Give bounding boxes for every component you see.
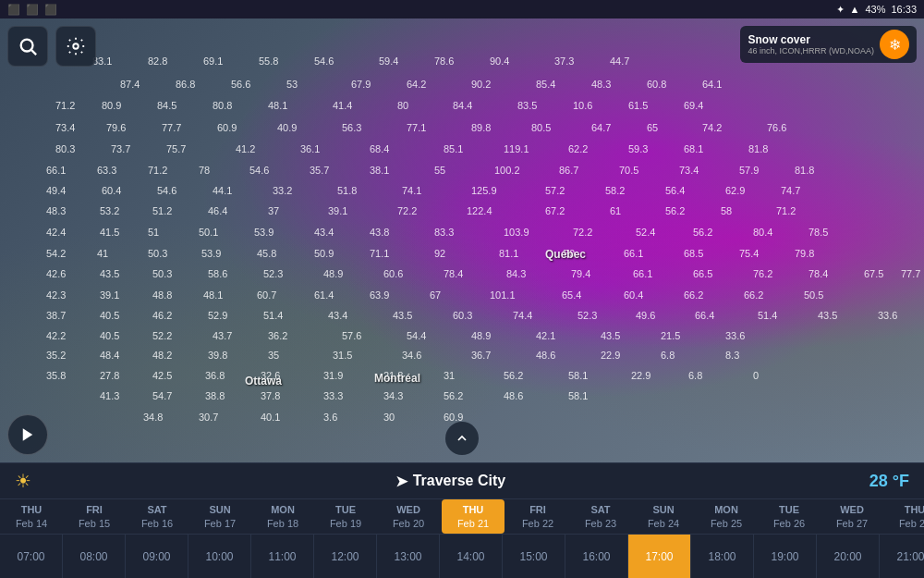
svg-point-0 bbox=[21, 40, 33, 52]
map-terrain bbox=[0, 18, 924, 462]
svg-marker-3 bbox=[23, 428, 33, 441]
date-cell[interactable]: FRIFeb 15 bbox=[63, 499, 126, 534]
snow-icon: ❄ bbox=[880, 30, 909, 59]
date-cell[interactable]: SATFeb 16 bbox=[126, 499, 188, 534]
status-bar: ⬛ ⬛ ⬛ ✦ ▲ 43% 16:33 bbox=[0, 0, 924, 18]
time-cell[interactable]: 13:00 bbox=[377, 535, 440, 578]
settings-button[interactable] bbox=[55, 26, 96, 67]
time-cell[interactable]: 08:00 bbox=[63, 535, 126, 578]
city-label: Montréal bbox=[374, 372, 420, 385]
city-label: Ottawa bbox=[245, 375, 282, 387]
time-cell[interactable]: 17:00 bbox=[628, 535, 691, 578]
time-cell[interactable]: 15:00 bbox=[503, 535, 565, 578]
bluetooth-icon: ✦ bbox=[836, 4, 845, 16]
date-cell[interactable]: SUNFeb 17 bbox=[188, 499, 251, 534]
date-row: THUFeb 14FRIFeb 15SATFeb 16SUNFeb 17MONF… bbox=[0, 499, 924, 535]
time-cell[interactable]: 14:00 bbox=[440, 535, 503, 578]
date-cell[interactable]: FRIFeb 22 bbox=[506, 499, 569, 534]
date-cell[interactable]: SATFeb 23 bbox=[569, 499, 632, 534]
date-cell[interactable]: TUEFeb 19 bbox=[314, 499, 377, 534]
snow-legend: Snow cover 46 inch, ICON,HRRR (WD,NOAA) … bbox=[740, 26, 917, 63]
time-cell[interactable]: 21:00 bbox=[880, 535, 924, 578]
wifi-icon: ▲ bbox=[850, 4, 860, 15]
map-area: 83.182.869.155.854.659.478.690.437.344.7… bbox=[0, 18, 924, 462]
time-cell[interactable]: 10:00 bbox=[188, 535, 251, 578]
time-cell[interactable]: 20:00 bbox=[817, 535, 880, 578]
time-cell[interactable]: 09:00 bbox=[126, 535, 188, 578]
timeline: THUFeb 14FRIFeb 15SATFeb 16SUNFeb 17MONF… bbox=[0, 499, 924, 578]
battery-level: 43% bbox=[865, 4, 885, 15]
time-row: 07:0008:0009:0010:0011:0012:0013:0014:00… bbox=[0, 535, 924, 578]
date-cell[interactable]: THUFeb 28 bbox=[883, 499, 924, 534]
time-cell[interactable]: 16:00 bbox=[565, 535, 628, 578]
location-display[interactable]: ➤ Traverse City bbox=[395, 473, 506, 490]
date-cell[interactable]: WEDFeb 27 bbox=[821, 499, 883, 534]
date-cell[interactable]: THUFeb 14 bbox=[0, 499, 63, 534]
app-icon-1: ⬛ bbox=[7, 4, 20, 16]
status-right: ✦ ▲ 43% 16:33 bbox=[836, 4, 917, 16]
date-cell[interactable]: WEDFeb 20 bbox=[377, 499, 440, 534]
time-cell[interactable]: 12:00 bbox=[314, 535, 377, 578]
app-icon-3: ⬛ bbox=[44, 4, 57, 16]
city-name: Traverse City bbox=[413, 473, 506, 489]
clock: 16:33 bbox=[891, 4, 917, 15]
scroll-up-button[interactable] bbox=[445, 422, 479, 455]
date-cell[interactable]: THUFeb 21 bbox=[442, 499, 505, 534]
time-cell[interactable]: 19:00 bbox=[754, 535, 817, 578]
snow-legend-label: Snow cover bbox=[748, 33, 874, 46]
date-cell[interactable]: MONFeb 25 bbox=[695, 499, 758, 534]
time-cell[interactable]: 11:00 bbox=[251, 535, 314, 578]
date-cell[interactable]: SUNFeb 24 bbox=[632, 499, 695, 534]
navigation-icon: ➤ bbox=[395, 473, 407, 490]
status-left: ⬛ ⬛ ⬛ bbox=[7, 4, 57, 16]
sun-icon: ☀ bbox=[15, 470, 31, 492]
svg-point-2 bbox=[73, 43, 79, 49]
temperature-display: 28 °F bbox=[869, 472, 909, 491]
search-button[interactable] bbox=[7, 26, 48, 67]
city-label: Québec bbox=[545, 248, 586, 261]
time-cell[interactable]: 07:00 bbox=[0, 535, 63, 578]
info-bar: ☀ ➤ Traverse City 28 °F bbox=[0, 462, 924, 499]
time-cell[interactable]: 18:00 bbox=[691, 535, 754, 578]
snow-legend-sublabel: 46 inch, ICON,HRRR (WD,NOAA) bbox=[748, 46, 874, 55]
date-cell[interactable]: MONFeb 18 bbox=[251, 499, 314, 534]
app-icon-2: ⬛ bbox=[26, 4, 39, 16]
play-button[interactable] bbox=[7, 414, 48, 455]
svg-line-1 bbox=[31, 50, 36, 55]
date-cell[interactable]: TUEFeb 26 bbox=[758, 499, 821, 534]
